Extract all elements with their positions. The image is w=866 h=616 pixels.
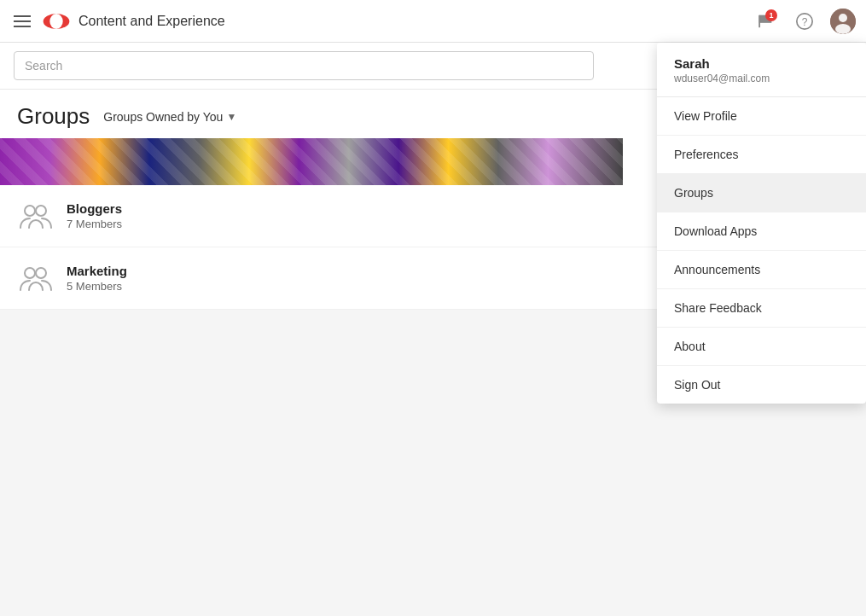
search-input[interactable] <box>14 51 594 80</box>
navbar-right: 1 ? <box>752 8 856 35</box>
help-icon-button[interactable]: ? <box>791 8 818 35</box>
navbar-left: Content and Experience <box>10 12 743 31</box>
brand-logo <box>43 12 70 31</box>
svg-point-9 <box>36 206 46 216</box>
help-icon: ? <box>795 12 814 31</box>
svg-point-10 <box>25 268 35 278</box>
flag-badge: 1 <box>765 9 777 21</box>
menu-item-preferences[interactable]: Preferences <box>657 136 866 174</box>
svg-point-6 <box>839 14 847 22</box>
menu-item-download-apps[interactable]: Download Apps <box>657 212 866 251</box>
menu-item-share-feedback[interactable]: Share Feedback <box>657 289 866 328</box>
preferences-label: Preferences <box>674 148 738 161</box>
chevron-down-icon: ▼ <box>226 111 236 123</box>
user-name: Sarah <box>674 56 849 71</box>
announcements-label: Announcements <box>674 263 760 276</box>
avatar-button[interactable] <box>830 9 856 34</box>
groups-label: Groups <box>674 186 713 200</box>
group-icon <box>17 197 55 235</box>
svg-point-7 <box>835 24 851 34</box>
menu-item-about[interactable]: About <box>657 328 866 366</box>
group-icon <box>17 259 55 297</box>
avatar-icon <box>830 9 856 34</box>
sign-out-label: Sign Out <box>674 378 720 392</box>
groups-banner <box>0 138 623 185</box>
view-profile-label: View Profile <box>674 109 737 123</box>
menu-item-groups[interactable]: Groups <box>657 174 866 212</box>
user-dropdown-menu: Sarah wduser04@mail.com View Profile Pre… <box>657 43 866 404</box>
groups-filter-label: Groups Owned by You <box>103 110 223 124</box>
user-email: wduser04@mail.com <box>674 73 849 84</box>
menu-item-announcements[interactable]: Announcements <box>657 251 866 289</box>
download-apps-label: Download Apps <box>674 224 757 238</box>
hamburger-icon[interactable] <box>10 12 34 31</box>
app-title: Content and Experience <box>78 14 225 29</box>
svg-point-8 <box>25 206 35 216</box>
banner-pattern <box>0 138 623 185</box>
menu-item-sign-out[interactable]: Sign Out <box>657 366 866 404</box>
svg-point-1 <box>49 14 62 29</box>
page-title: Groups <box>17 103 90 130</box>
flag-icon-button[interactable]: 1 <box>752 8 779 35</box>
svg-text:?: ? <box>802 15 808 27</box>
about-label: About <box>674 340 706 353</box>
svg-point-11 <box>36 268 46 278</box>
navbar: Content and Experience 1 ? <box>0 0 866 43</box>
user-info-section: Sarah wduser04@mail.com <box>657 43 866 97</box>
share-feedback-label: Share Feedback <box>674 301 762 315</box>
svg-rect-2 <box>758 15 760 27</box>
menu-item-view-profile[interactable]: View Profile <box>657 97 866 136</box>
groups-filter-dropdown[interactable]: Groups Owned by You ▼ <box>102 107 238 127</box>
